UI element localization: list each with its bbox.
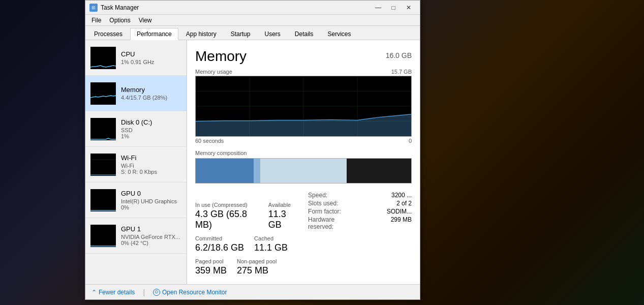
footer: ⌃ Fewer details | ⊙ Open Resource Monito… (85, 284, 420, 299)
disk-type: SSD (121, 127, 152, 133)
hw-reserved-label: Hardware reserved: (308, 216, 355, 230)
available-block: Available 11.3 GB (268, 202, 298, 230)
memory-name: Memory (121, 86, 167, 94)
sidebar-item-gpu1[interactable]: GPU 1 NVIDIA GeForce RTX... 0% (42 °C) (85, 218, 187, 254)
tab-bar: Processes Performance App history Startu… (85, 26, 420, 40)
app-icon: ⊞ (89, 4, 98, 12)
wifi-sub2: S: 0 R: 0 Kbps (121, 169, 157, 175)
non-paged-pool-label: Non-paged pool (237, 258, 277, 264)
sidebar-item-wifi[interactable]: Wi-Fi Wi-Fi S: 0 R: 0 Kbps (85, 147, 187, 182)
chart-label: Memory usage (195, 69, 232, 75)
tab-processes[interactable]: Processes (87, 28, 129, 40)
content-panel: Memory 16.0 GB Memory usage 15.7 GB (187, 40, 420, 284)
disk-name: Disk 0 (C:) (121, 118, 152, 126)
memory-composition-section: Memory composition (195, 150, 412, 184)
sidebar-item-memory[interactable]: Memory 4.4/15.7 GB (28%) (85, 76, 187, 111)
sidebar-item-disk[interactable]: Disk 0 (C:) SSD 1% (85, 111, 187, 147)
maximize-button[interactable]: □ (386, 3, 401, 13)
tab-details[interactable]: Details (288, 28, 320, 40)
disk-percent: 1% (121, 133, 152, 139)
svg-rect-2 (90, 118, 116, 140)
sidebar-item-gpu0[interactable]: GPU 0 Intel(R) UHD Graphics 0% (85, 182, 187, 218)
tab-startup[interactable]: Startup (224, 28, 257, 40)
memory-info: Memory 4.4/15.7 GB (28%) (121, 86, 167, 101)
cpu-name: CPU (121, 50, 154, 58)
gpu0-sub2: 0% (121, 204, 177, 210)
menu-file[interactable]: File (87, 16, 105, 25)
memory-usage-section: Memory usage 15.7 GB (195, 69, 412, 144)
in-use-label: In use (Compressed) (195, 202, 258, 208)
comp-free (347, 159, 411, 183)
comp-inuse (196, 159, 254, 183)
non-paged-pool-block: Non-paged pool 275 MB (237, 258, 277, 276)
memory-total: 16.0 GB (386, 51, 412, 59)
window-controls: — □ ✕ (371, 3, 416, 13)
paged-pool-value: 359 MB (195, 265, 227, 276)
available-label: Available (268, 202, 298, 208)
committed-label: Committed (195, 235, 244, 241)
title-bar: ⊞ Task Manager — □ ✕ (85, 1, 420, 15)
menu-view[interactable]: View (135, 16, 156, 25)
gpu1-sub2: 0% (42 °C) (121, 240, 180, 246)
stats-row3: Paged pool 359 MB Non-paged pool 275 MB (195, 258, 412, 276)
cpu-sub: 1% 0.91 GHz (121, 59, 154, 65)
slots-value: 2 of 2 (365, 200, 412, 207)
memory-sub: 4.4/15.7 GB (28%) (121, 95, 167, 101)
available-value: 11.3 GB (268, 209, 298, 230)
speed-label: Speed: (308, 192, 355, 199)
chart-time-row: 60 seconds 0 (195, 138, 412, 144)
menu-options[interactable]: Options (105, 16, 134, 25)
wifi-info: Wi-Fi Wi-Fi S: 0 R: 0 Kbps (121, 154, 157, 175)
composition-label: Memory composition (195, 150, 412, 156)
stats-row1: In use (Compressed) 4.3 GB (65.8 MB) Ava… (195, 192, 412, 230)
gpu1-name: GPU 1 (121, 225, 180, 233)
fewer-details-link[interactable]: ⌃ Fewer details (91, 289, 135, 296)
form-factor-value: SODIM... (365, 208, 412, 215)
memory-title: Memory (195, 48, 247, 65)
sidebar-item-cpu[interactable]: CPU 1% 0.91 GHz (85, 40, 187, 76)
close-button[interactable]: ✕ (402, 3, 416, 13)
gpu1-info: GPU 1 NVIDIA GeForce RTX... 0% (42 °C) (121, 225, 180, 246)
in-use-value: 4.3 GB (65.8 MB) (195, 209, 258, 230)
form-factor-label: Form factor: (308, 208, 355, 215)
hw-reserved-value: 299 MB (365, 216, 412, 230)
disk-info: Disk 0 (C:) SSD 1% (121, 118, 152, 139)
tab-app-history[interactable]: App history (179, 28, 223, 40)
svg-rect-1 (90, 82, 116, 105)
stats-row2: Committed 6.2/18.6 GB Cached 11.1 GB (195, 235, 412, 253)
chart-time-label: 60 seconds (195, 138, 224, 144)
open-resource-monitor-link[interactable]: ⊙ Open Resource Monitor (153, 289, 227, 296)
memory-header: Memory 16.0 GB (195, 48, 412, 65)
cached-label: Cached (254, 235, 288, 241)
minimize-button[interactable]: — (371, 3, 385, 13)
monitor-icon: ⊙ (153, 289, 160, 296)
tab-services[interactable]: Services (321, 28, 358, 40)
right-stats-grid: Speed: 3200 ... Slots used: 2 of 2 Form … (308, 192, 412, 230)
gpu0-info: GPU 0 Intel(R) UHD Graphics 0% (121, 190, 177, 210)
non-paged-pool-value: 275 MB (237, 265, 277, 276)
gpu1-sub1: NVIDIA GeForce RTX... (121, 234, 180, 240)
speed-value: 3200 ... (365, 192, 412, 199)
footer-divider: | (143, 288, 145, 296)
svg-rect-6 (90, 225, 116, 247)
chart-max: 15.7 GB (391, 69, 412, 75)
tab-performance[interactable]: Performance (130, 28, 178, 40)
cpu-info: CPU 1% 0.91 GHz (121, 50, 154, 65)
window-title: Task Manager (101, 4, 371, 11)
chevron-up-icon: ⌃ (91, 289, 97, 296)
sidebar: CPU 1% 0.91 GHz Memory 4.4/15.7 GB (28%) (85, 40, 187, 284)
svg-rect-5 (90, 189, 116, 211)
wifi-sub1: Wi-Fi (121, 163, 157, 169)
main-content: CPU 1% 0.91 GHz Memory 4.4/15.7 GB (28%) (85, 40, 420, 284)
chart-zero: 0 (409, 138, 412, 144)
comp-modified (254, 159, 260, 183)
tab-users[interactable]: Users (258, 28, 287, 40)
task-manager-window: ⊞ Task Manager — □ ✕ File Options View P… (85, 0, 420, 300)
gpu0-sub1: Intel(R) UHD Graphics (121, 198, 177, 204)
cached-value: 11.1 GB (254, 242, 288, 253)
gpu1-mini-graph (90, 225, 116, 247)
paged-pool-label: Paged pool (195, 258, 227, 264)
svg-rect-3 (90, 154, 116, 176)
gpu0-name: GPU 0 (121, 190, 177, 197)
slots-label: Slots used: (308, 200, 355, 207)
